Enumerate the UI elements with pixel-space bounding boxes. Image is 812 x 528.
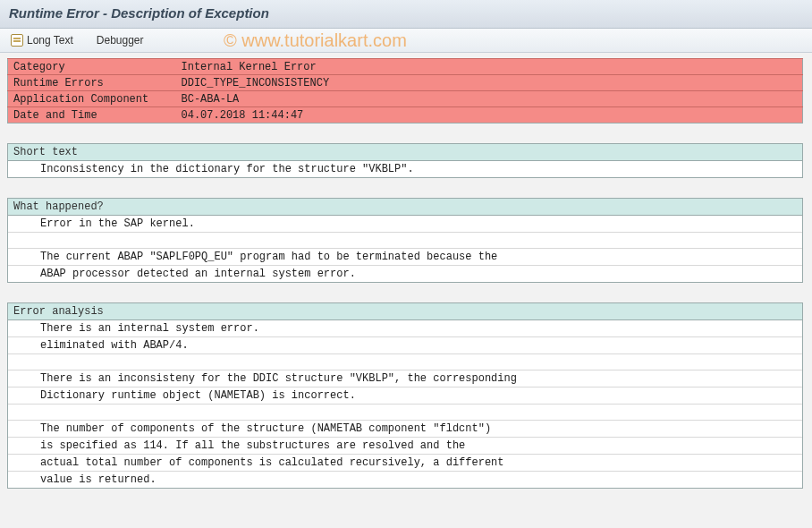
runtime-errors-label: Runtime Errors <box>8 75 176 91</box>
error-analysis-header: Error analysis <box>8 303 802 320</box>
error-analysis-line: Dictionary runtime object (NAMETAB) is i… <box>8 387 802 404</box>
error-analysis-line: is specified as 114. If all the substruc… <box>8 437 802 454</box>
error-analysis-line: eliminated with ABAP/4. <box>8 336 802 353</box>
what-happened-line: Error in the SAP kernel. <box>8 216 802 232</box>
debugger-button[interactable]: Debugger <box>93 32 148 48</box>
content-area: Category Internal Kernel Error Runtime E… <box>0 53 812 496</box>
category-value: Internal Kernel Error <box>176 59 803 75</box>
window-title: Runtime Error - Description of Exception <box>0 0 812 29</box>
date-time-row: Date and Time 04.07.2018 11:44:47 <box>8 107 803 123</box>
blank-line <box>8 353 802 370</box>
what-happened-line: The current ABAP "SAPLF0PQ_EU" program h… <box>8 248 802 265</box>
document-icon <box>11 34 23 47</box>
debugger-label: Debugger <box>97 34 144 47</box>
runtime-errors-value: DDIC_TYPE_INCONSISTENCY <box>176 75 803 91</box>
what-happened-header: What happened? <box>8 199 802 216</box>
application-component-row: Application Component BC-ABA-LA <box>8 91 803 107</box>
what-happened-line: ABAP processor detected an internal syst… <box>8 265 802 282</box>
long-text-label: Long Text <box>27 34 73 47</box>
error-analysis-line: actual total number of components is cal… <box>8 454 802 471</box>
error-analysis-section: Error analysis There is an internal syst… <box>7 302 803 489</box>
blank-line <box>8 232 802 248</box>
application-component-value: BC-ABA-LA <box>176 91 803 107</box>
short-text-header: Short text <box>8 144 802 161</box>
error-analysis-line: There is an inconsisteny for the DDIC st… <box>8 370 802 387</box>
category-label: Category <box>8 59 176 75</box>
date-time-label: Date and Time <box>8 107 176 123</box>
short-text-line: Inconsistency in the dictionary for the … <box>8 161 802 177</box>
short-text-section: Short text Inconsistency in the dictiona… <box>7 143 803 178</box>
error-info-table: Category Internal Kernel Error Runtime E… <box>7 58 803 123</box>
date-time-value: 04.07.2018 11:44:47 <box>176 107 803 123</box>
what-happened-section: What happened? Error in the SAP kernel. … <box>7 198 803 283</box>
blank-line <box>8 404 802 420</box>
long-text-button[interactable]: Long Text <box>7 32 77 48</box>
toolbar: Long Text Debugger <box>0 29 812 53</box>
error-analysis-line: The number of components of the structur… <box>8 420 802 437</box>
application-component-label: Application Component <box>8 91 176 107</box>
error-analysis-line: value is returned. <box>8 471 802 488</box>
runtime-errors-row: Runtime Errors DDIC_TYPE_INCONSISTENCY <box>8 75 803 91</box>
category-row: Category Internal Kernel Error <box>8 59 803 75</box>
error-analysis-line: There is an internal system error. <box>8 320 802 336</box>
